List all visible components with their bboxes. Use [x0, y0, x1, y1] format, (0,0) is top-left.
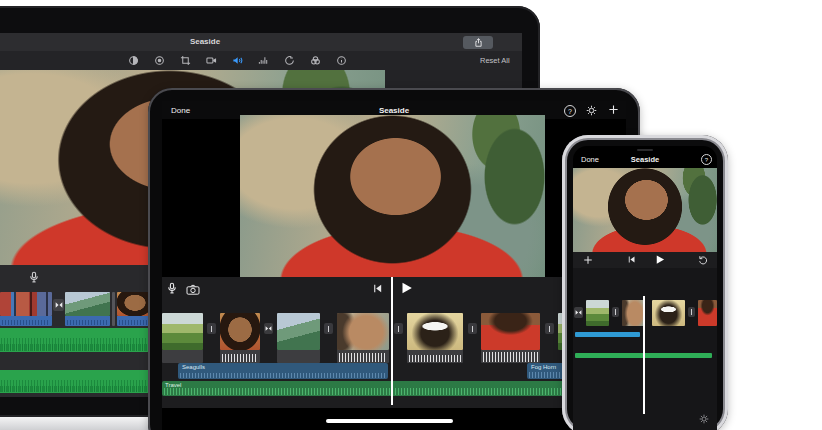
- settings-button[interactable]: [586, 105, 597, 116]
- help-button[interactable]: ?: [564, 105, 576, 117]
- timeline-clip[interactable]: [481, 313, 540, 350]
- add-media-button[interactable]: [608, 104, 619, 115]
- project-settings-button[interactable]: [699, 414, 709, 424]
- color-balance-icon[interactable]: [128, 55, 139, 66]
- transition-none-button[interactable]: [324, 323, 333, 334]
- sfx-track-label: Seagulls: [182, 364, 205, 370]
- ipad-screen: Done Seaside ?: [162, 101, 626, 430]
- sfx-track-bar[interactable]: [575, 332, 640, 337]
- skip-to-start-icon[interactable]: [372, 283, 383, 294]
- crop-icon[interactable]: [180, 55, 191, 66]
- transition-button[interactable]: [574, 307, 583, 318]
- transition-icon: [55, 301, 63, 309]
- macbook-titlebar: [0, 33, 522, 52]
- notch: [610, 146, 680, 155]
- clip-audio-strip: [337, 350, 389, 363]
- transition-none-button[interactable]: [207, 323, 216, 334]
- timeline-clip[interactable]: [622, 300, 645, 326]
- transition-button[interactable]: [264, 323, 273, 334]
- plus-icon: [608, 104, 619, 115]
- timeline-clip[interactable]: [277, 313, 320, 350]
- share-button[interactable]: [463, 36, 493, 49]
- volume-icon[interactable]: [232, 55, 243, 66]
- camera-icon[interactable]: [186, 284, 200, 295]
- timeline-clip[interactable]: [162, 313, 203, 350]
- clip-audio-strip: [277, 350, 320, 363]
- clip-audio-strip: [0, 316, 52, 326]
- transition-none-button[interactable]: [394, 323, 403, 334]
- gear-icon: [699, 414, 709, 424]
- playhead[interactable]: [643, 296, 645, 414]
- clip-audio-strip: [220, 350, 260, 363]
- timeline-clip[interactable]: [407, 313, 463, 350]
- iphone-project-title: Seaside: [620, 155, 670, 164]
- ipad-project-title: Seaside: [344, 106, 444, 115]
- iphone-controls: [573, 252, 717, 268]
- clip-audio-strip: [162, 350, 203, 363]
- gear-icon: [586, 105, 597, 116]
- iphone-device: Done Seaside ?: [562, 135, 728, 430]
- skip-to-start-icon[interactable]: [627, 255, 636, 264]
- timeline-clip[interactable]: [586, 300, 609, 326]
- clip-trim-handle[interactable]: [112, 292, 115, 326]
- speed-icon[interactable]: [284, 55, 295, 66]
- clip-audio-strip: [481, 350, 540, 363]
- ipad-preview-photo: [240, 115, 545, 277]
- stabilization-icon[interactable]: [206, 55, 217, 66]
- help-button[interactable]: ?: [701, 154, 712, 165]
- iphone-preview-photo: [573, 168, 717, 252]
- play-button-icon[interactable]: [399, 281, 413, 295]
- iphone-screen: Done Seaside ?: [573, 146, 717, 430]
- playhead[interactable]: [391, 277, 393, 405]
- info-icon[interactable]: [336, 55, 347, 66]
- transition-button[interactable]: [53, 299, 64, 311]
- undo-icon[interactable]: [698, 255, 708, 265]
- share-icon: [474, 38, 483, 47]
- clip-filter-icon[interactable]: [310, 55, 321, 66]
- transition-none-button[interactable]: [612, 307, 619, 317]
- timeline-clip[interactable]: [337, 313, 389, 350]
- timeline-clip[interactable]: [652, 300, 685, 326]
- transition-none-button[interactable]: [545, 323, 554, 334]
- plus-icon[interactable]: [583, 255, 593, 265]
- clip-audio-strip: [65, 316, 110, 326]
- iphone-timeline: [573, 268, 717, 430]
- color-correction-icon[interactable]: [154, 55, 165, 66]
- timeline-clip[interactable]: [698, 300, 717, 326]
- sfx-track-seagulls[interactable]: Seagulls: [178, 363, 388, 379]
- done-button[interactable]: Done: [581, 155, 599, 164]
- play-button-icon[interactable]: [654, 254, 665, 265]
- timeline-clip[interactable]: [65, 292, 110, 316]
- macbook-window-title: Seaside: [150, 37, 260, 46]
- microphone-icon[interactable]: [28, 271, 40, 284]
- transition-none-button[interactable]: [468, 323, 477, 334]
- timeline-clip[interactable]: [220, 313, 260, 350]
- sfx-track-label: Fog Horn: [531, 364, 556, 370]
- speaker-slit: [637, 149, 653, 151]
- transition-icon: [265, 325, 272, 332]
- transition-icon: [575, 309, 582, 316]
- clip-audio-strip: [407, 350, 463, 363]
- home-indicator[interactable]: [326, 419, 453, 423]
- transition-none-button[interactable]: [688, 307, 695, 317]
- music-track-travel[interactable]: Travel: [162, 381, 602, 396]
- done-button[interactable]: Done: [171, 106, 190, 115]
- marketing-stage: Seaside: [0, 0, 822, 430]
- noise-reduction-icon[interactable]: [258, 55, 269, 66]
- microphone-icon[interactable]: [166, 282, 178, 295]
- timeline-clip[interactable]: [0, 292, 52, 316]
- reset-all-button[interactable]: Reset All: [480, 56, 510, 65]
